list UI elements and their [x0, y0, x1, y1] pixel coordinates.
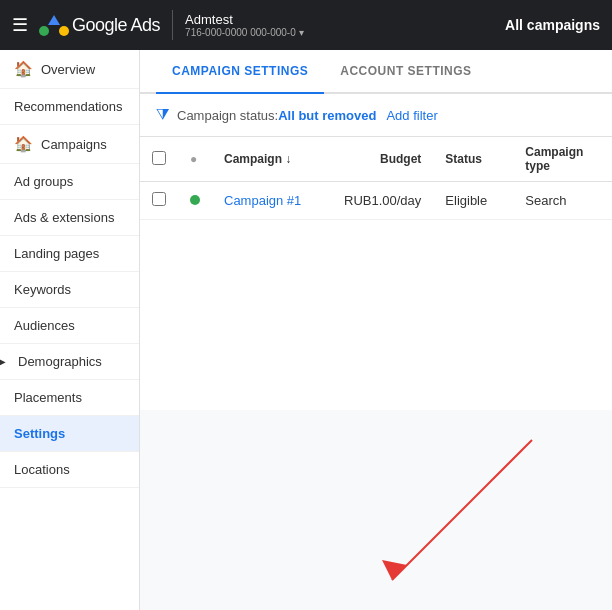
sort-icon: ↓: [285, 152, 291, 166]
main-content-area: Campaign Settings Account Settings ⧩ Cam…: [140, 50, 612, 610]
google-ads-icon: [38, 9, 70, 41]
sidebar-label-ad-groups: Ad groups: [14, 174, 73, 189]
row-status-cell: Eligible: [433, 182, 513, 220]
select-all-checkbox[interactable]: [152, 151, 166, 165]
red-arrow-annotation: [332, 430, 582, 610]
column-label-campaign: Campaign: [224, 152, 282, 166]
annotation-area: [140, 410, 612, 610]
campaign-link[interactable]: Campaign #1: [224, 193, 301, 208]
main-layout: 🏠 Overview Recommendations 🏠 Campaigns A…: [0, 50, 612, 610]
column-header-budget[interactable]: Budget: [332, 137, 433, 182]
sidebar-item-locations[interactable]: Locations: [0, 452, 139, 488]
tab-account-settings[interactable]: Account Settings: [324, 50, 487, 94]
row-checkbox[interactable]: [152, 192, 166, 206]
sidebar-item-settings[interactable]: Settings: [0, 416, 139, 452]
sidebar-label-recommendations: Recommendations: [14, 99, 122, 114]
campaigns-icon: 🏠: [14, 135, 33, 153]
row-budget-cell: RUB1.00/day: [332, 182, 433, 220]
row-campaign-name-cell[interactable]: Campaign #1: [212, 182, 332, 220]
sidebar-label-overview: Overview: [41, 62, 95, 77]
column-header-campaign-type[interactable]: Campaign type: [513, 137, 612, 182]
sidebar-item-placements[interactable]: Placements: [0, 380, 139, 416]
account-id: 716-000-0000 000-000-0 ▾: [185, 27, 303, 38]
sidebar-label-ads-extensions: Ads & extensions: [14, 210, 114, 225]
column-header-status-dot: ●: [178, 137, 212, 182]
sidebar-label-keywords: Keywords: [14, 282, 71, 297]
sidebar-label-campaigns: Campaigns: [41, 137, 107, 152]
tab-campaign-settings[interactable]: Campaign Settings: [156, 50, 324, 94]
nav-divider: [172, 10, 173, 40]
sidebar-item-ad-groups[interactable]: Ad groups: [0, 164, 139, 200]
column-header-status[interactable]: Status: [433, 137, 513, 182]
column-header-campaign[interactable]: Campaign ↓: [212, 137, 332, 182]
sidebar-label-settings: Settings: [14, 426, 65, 441]
row-status-dot-cell: [178, 182, 212, 220]
table-row: Campaign #1 RUB1.00/day Eligible Search: [140, 182, 612, 220]
settings-tabs: Campaign Settings Account Settings: [140, 50, 612, 94]
column-header-checkbox: [140, 137, 178, 182]
filter-status-value[interactable]: All but removed: [278, 108, 376, 123]
sidebar-label-placements: Placements: [14, 390, 82, 405]
svg-point-2: [39, 26, 49, 36]
sidebar: 🏠 Overview Recommendations 🏠 Campaigns A…: [0, 50, 140, 610]
sidebar-item-overview[interactable]: 🏠 Overview: [0, 50, 139, 89]
campaigns-table-container: ● Campaign ↓ Budget Status Campaign type: [140, 136, 612, 410]
row-checkbox-cell[interactable]: [140, 182, 178, 220]
filter-label: Campaign status:: [177, 108, 278, 123]
svg-line-3: [392, 440, 532, 580]
status-dot-green: [190, 195, 200, 205]
table-header-row: ● Campaign ↓ Budget Status Campaign type: [140, 137, 612, 182]
sidebar-item-demographics[interactable]: Demographics: [0, 344, 139, 380]
account-info[interactable]: Admtest 716-000-0000 000-000-0 ▾: [185, 12, 303, 38]
account-name: Admtest: [185, 12, 303, 27]
sidebar-item-audiences[interactable]: Audiences: [0, 308, 139, 344]
sidebar-label-locations: Locations: [14, 462, 70, 477]
all-campaigns-label: All campaigns: [505, 17, 600, 33]
add-filter-button[interactable]: Add filter: [386, 108, 437, 123]
sidebar-label-landing-pages: Landing pages: [14, 246, 99, 261]
sidebar-item-recommendations[interactable]: Recommendations: [0, 89, 139, 125]
sidebar-item-landing-pages[interactable]: Landing pages: [0, 236, 139, 272]
sidebar-item-ads-extensions[interactable]: Ads & extensions: [0, 200, 139, 236]
top-navigation: ☰ Google Ads Admtest 716-000-0000 000-00…: [0, 0, 612, 50]
sidebar-label-audiences: Audiences: [14, 318, 75, 333]
row-campaign-type-cell: Search: [513, 182, 612, 220]
google-ads-brand-name: Google Ads: [72, 15, 160, 36]
campaigns-table: ● Campaign ↓ Budget Status Campaign type: [140, 136, 612, 220]
status-dot-header: ●: [190, 152, 197, 166]
sidebar-item-keywords[interactable]: Keywords: [0, 272, 139, 308]
filter-icon: ⧩: [156, 106, 169, 124]
sidebar-item-campaigns[interactable]: 🏠 Campaigns: [0, 125, 139, 164]
sidebar-label-demographics: Demographics: [18, 354, 102, 369]
filter-bar: ⧩ Campaign status: All but removed Add f…: [140, 94, 612, 136]
hamburger-menu-icon[interactable]: ☰: [12, 14, 28, 36]
google-ads-logo: Google Ads: [38, 9, 160, 41]
svg-point-1: [59, 26, 69, 36]
overview-icon: 🏠: [14, 60, 33, 78]
